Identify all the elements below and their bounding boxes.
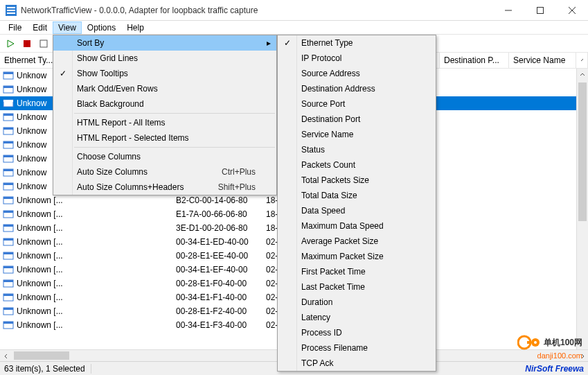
svg-rect-40 <box>3 266 13 268</box>
sort-by-data-speed[interactable]: Data Speed <box>278 203 436 218</box>
cell-ethernet: Unknown [... <box>17 279 148 288</box>
svg-rect-20 <box>3 128 13 130</box>
svg-rect-48 <box>3 322 13 324</box>
svg-rect-46 <box>3 308 13 310</box>
vertical-scrollbar[interactable] <box>576 69 588 361</box>
svg-rect-22 <box>3 141 13 143</box>
status-count: 63 item(s), 1 Selected <box>4 364 91 374</box>
sort-by-process-id[interactable]: Process ID <box>278 325 436 340</box>
svg-rect-3 <box>7 12 15 14</box>
shortcut-label: Shift+Plus <box>204 182 256 192</box>
menu-sort-by-label: Sort By <box>77 38 104 48</box>
col-ethernet-type[interactable]: Ethernet Ty... <box>0 53 55 68</box>
scroll-thumb-h[interactable] <box>14 351 69 360</box>
cell-src-mac: 00-34-E1-F3-40-00 <box>148 320 266 330</box>
menu-html-report-selected[interactable]: HTML Report - Selected Items <box>53 130 276 146</box>
menu-view[interactable]: View <box>53 21 82 34</box>
cell-src-mac: 00-28-E1-F2-40-00 <box>148 306 266 316</box>
scroll-right-button[interactable] <box>576 350 588 362</box>
sort-by-source-port[interactable]: Source Port <box>278 96 436 112</box>
menu-choose-columns[interactable]: Choose Columns <box>53 149 276 164</box>
sort-by-last-packet-time[interactable]: Last Packet Time <box>278 279 436 295</box>
col-overflow-button[interactable] <box>576 53 588 68</box>
sort-by-latency[interactable]: Latency <box>278 310 436 325</box>
svg-rect-5 <box>537 8 544 14</box>
menu-mark-odd-even[interactable]: Mark Odd/Even Rows <box>53 81 276 96</box>
sort-by-maximum-packet-size[interactable]: Maximum Packet Size <box>278 249 436 264</box>
minimize-button[interactable] <box>492 0 524 21</box>
toolbar-button-3[interactable] <box>36 36 51 51</box>
cell-ethernet: Unknown [... <box>17 306 148 316</box>
sort-by-average-packet-size[interactable]: Average Packet Size <box>278 234 436 249</box>
svg-rect-10 <box>40 40 47 47</box>
svg-rect-1 <box>7 7 15 8</box>
check-icon: ✓ <box>282 38 293 48</box>
svg-rect-16 <box>3 100 13 102</box>
scroll-up-button[interactable] <box>577 69 588 80</box>
view-menu-dropdown: Sort By ▸ Show Grid Lines ✓ Show Tooltip… <box>53 35 277 195</box>
status-brand: NirSoft Freewa <box>525 364 584 374</box>
stop-button[interactable] <box>19 36 35 51</box>
svg-rect-28 <box>3 183 13 185</box>
svg-rect-38 <box>3 252 13 254</box>
sort-by-total-packets-size[interactable]: Total Packets Size <box>278 173 436 188</box>
sort-by-destination-port[interactable]: Destination Port <box>278 112 436 127</box>
scroll-thumb-v[interactable] <box>578 82 587 221</box>
app-icon <box>6 5 17 16</box>
scroll-left-button[interactable] <box>0 350 12 362</box>
cell-src-mac: 00-34-E1-EF-40-00 <box>148 265 266 274</box>
sort-by-source-address[interactable]: Source Address <box>278 66 436 81</box>
titlebar-text: NetworkTrafficView - 0.0.0.0, Adapter fo… <box>21 6 492 15</box>
menu-black-background[interactable]: Black Background <box>53 96 276 112</box>
cell-src-mac: 00-34-E1-F1-40-00 <box>148 293 266 302</box>
svg-rect-32 <box>3 211 13 213</box>
menu-show-tooltips[interactable]: ✓ Show Tooltips <box>53 66 276 81</box>
menu-help[interactable]: Help <box>121 21 150 34</box>
shortcut-label: Ctrl+Plus <box>208 167 256 177</box>
svg-rect-18 <box>3 114 13 116</box>
sort-by-ip-protocol[interactable]: IP Protocol <box>278 51 436 66</box>
cell-ethernet: Unknown [... <box>17 209 148 219</box>
svg-rect-36 <box>3 238 13 241</box>
sort-by-first-packet-time[interactable]: First Packet Time <box>278 264 436 279</box>
titlebar: NetworkTrafficView - 0.0.0.0, Adapter fo… <box>0 0 588 21</box>
cell-src-mac: 00-28-E1-F0-40-00 <box>148 279 266 288</box>
sort-by-duration[interactable]: Duration <box>278 295 436 310</box>
svg-rect-12 <box>3 72 13 74</box>
svg-marker-8 <box>8 40 14 47</box>
cell-ethernet: Unknown [... <box>17 251 148 261</box>
cell-ethernet: Unknown [... <box>17 265 148 274</box>
sort-by-tcp-ack[interactable]: TCP Ack <box>278 356 436 371</box>
col-destination-p[interactable]: Destination P... <box>440 53 509 68</box>
close-button[interactable] <box>556 0 588 21</box>
menu-show-grid-lines[interactable]: Show Grid Lines <box>53 51 276 66</box>
menu-edit[interactable]: Edit <box>27 21 53 34</box>
svg-rect-26 <box>3 169 13 171</box>
sort-by-status[interactable]: Status <box>278 142 436 157</box>
col-service-name[interactable]: Service Name <box>509 53 576 68</box>
sort-by-submenu: ✓Ethernet TypeIP ProtocolSource AddressD… <box>277 35 436 372</box>
cell-src-mac: 00-28-E1-EE-40-00 <box>148 251 266 261</box>
sort-by-service-name[interactable]: Service Name <box>278 127 436 142</box>
sort-by-total-data-size[interactable]: Total Data Size <box>278 188 436 203</box>
cell-ethernet: Unknown [... <box>17 320 148 330</box>
cell-ethernet: Unknown [... <box>17 195 148 205</box>
sort-by-maximum-data-speed[interactable]: Maximum Data Speed <box>278 218 436 234</box>
svg-rect-14 <box>3 86 13 88</box>
menu-sort-by[interactable]: Sort By ▸ <box>53 35 276 51</box>
svg-rect-44 <box>3 294 13 296</box>
sort-by-destination-address[interactable]: Destination Address <box>278 81 436 96</box>
sort-by-process-filename[interactable]: Process Filename <box>278 340 436 356</box>
menu-auto-size-columns[interactable]: Auto Size Columns Ctrl+Plus <box>53 164 276 180</box>
check-icon: ✓ <box>57 69 69 78</box>
sort-by-packets-count[interactable]: Packets Count <box>278 157 436 173</box>
play-button[interactable] <box>3 36 18 51</box>
sort-by-ethernet-type[interactable]: ✓Ethernet Type <box>278 35 436 51</box>
menu-auto-size-headers[interactable]: Auto Size Columns+Headers Shift+Plus <box>53 180 276 195</box>
menu-options[interactable]: Options <box>82 21 121 34</box>
menu-file[interactable]: File <box>3 21 27 34</box>
maximize-button[interactable] <box>524 0 556 21</box>
menu-html-report-all[interactable]: HTML Report - All Items <box>53 115 276 130</box>
cell-src-mac: 00-34-E1-ED-40-00 <box>148 237 266 247</box>
menubar: File Edit View Options Help <box>0 21 588 35</box>
